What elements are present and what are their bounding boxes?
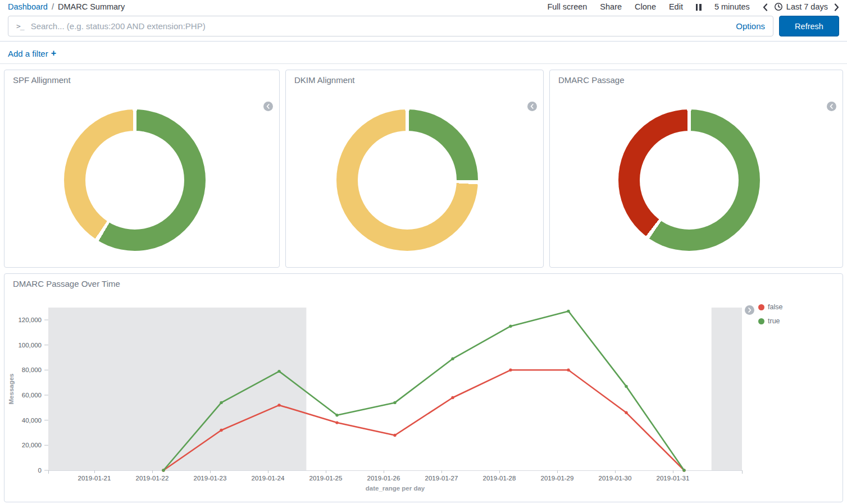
dkim-donut-chart [336, 109, 478, 251]
series-true-point[interactable] [682, 469, 685, 471]
panel-title: DKIM Alignment [286, 70, 543, 90]
x-tick-label: 2019-01-31 [657, 475, 690, 482]
add-filter-button[interactable]: Add a filter + [8, 48, 56, 58]
legend-label: true [768, 317, 780, 325]
panel-spf-alignment: SPF Allignment [4, 70, 280, 268]
timeline-chart-svg: 020,00040,00060,00080,000100,000120,0002… [4, 302, 843, 500]
y-tick-label: 100,000 [18, 342, 42, 349]
legend-collapse-button[interactable] [827, 102, 836, 111]
y-tick-label: 0 [38, 467, 42, 474]
series-false-point[interactable] [220, 429, 222, 432]
donut-panels-row: SPF Allignment DKIM Alignment DMARC Pass… [4, 70, 843, 268]
panel-title: DMARC Passage [550, 70, 843, 90]
search-input[interactable] [31, 21, 731, 31]
chevron-left-icon [530, 104, 534, 109]
series-false-point[interactable] [567, 369, 570, 372]
series-true-point[interactable] [509, 325, 512, 328]
donut-hole [358, 131, 457, 230]
breadcrumb-dashboard-link[interactable]: Dashboard [8, 2, 48, 11]
panel-dkim-alignment: DKIM Alignment [285, 70, 544, 268]
spf-donut-chart [64, 109, 206, 251]
series-true-point[interactable] [220, 401, 222, 404]
clock-icon [774, 2, 783, 11]
x-axis-title: date_range per day [366, 485, 425, 492]
x-tick-label: 2019-01-24 [252, 475, 285, 482]
series-false-point[interactable] [451, 396, 454, 399]
panel-dmarc-passage: DMARC Passage [549, 70, 843, 268]
series-true-point[interactable] [451, 358, 454, 360]
x-tick-label: 2019-01-21 [78, 475, 111, 482]
breadcrumb-separator: / [52, 2, 54, 11]
time-range-label: Last 7 days [786, 2, 828, 11]
y-tick-label: 60,000 [22, 392, 42, 398]
legend-collapse-button[interactable] [527, 102, 537, 111]
menu-item-edit[interactable]: Edit [669, 2, 683, 11]
y-tick-label: 40,000 [22, 417, 42, 424]
y-axis-title: Messages [8, 374, 15, 405]
series-false-point[interactable] [393, 434, 396, 437]
legend-item-false[interactable]: false [758, 303, 782, 311]
search-options-link[interactable]: Options [736, 21, 765, 31]
menu-item-share[interactable]: Share [600, 2, 622, 11]
series-true-point[interactable] [567, 310, 570, 313]
chevron-left-icon[interactable] [763, 3, 768, 11]
x-tick-label: 2019-01-26 [367, 475, 400, 482]
plus-icon: + [51, 48, 56, 58]
x-tick-label: 2019-01-25 [309, 475, 343, 482]
legend-dot-green [758, 318, 764, 324]
donut-hole [85, 131, 184, 230]
panel-title: DMARC Passage Over Time [4, 274, 843, 294]
legend-collapse-button[interactable] [745, 305, 754, 315]
menu-item-full-screen[interactable]: Full screen [547, 2, 587, 11]
series-false-point[interactable] [277, 404, 280, 406]
breadcrumb: Dashboard / DMARC Summary [8, 2, 125, 11]
legend-label: false [768, 303, 782, 311]
pause-refresh-icon[interactable] [696, 4, 702, 11]
top-nav-bar: Dashboard / DMARC Summary Full screen Sh… [0, 0, 847, 15]
add-filter-label: Add a filter [8, 49, 48, 58]
series-true-point[interactable] [162, 469, 165, 471]
x-tick-label: 2019-01-23 [194, 475, 227, 482]
legend-dot-red [758, 304, 764, 310]
refresh-interval-label[interactable]: 5 minutes [714, 2, 750, 11]
chevron-right-icon[interactable] [834, 3, 839, 11]
donut-hole [640, 131, 739, 230]
legend-collapse-button[interactable] [263, 102, 273, 111]
series-false-point[interactable] [335, 421, 338, 424]
series-true-point[interactable] [277, 370, 280, 373]
console-prompt-icon: >_ [16, 22, 24, 30]
chevron-right-icon [748, 308, 752, 313]
x-tick-label: 2019-01-22 [136, 475, 169, 482]
y-tick-label: 80,000 [22, 366, 42, 373]
series-true-point[interactable] [335, 414, 338, 416]
series-false-point[interactable] [625, 411, 627, 414]
panel-dmarc-passage-over-time: DMARC Passage Over Time 020,00040,00060,… [4, 273, 843, 502]
menu-item-clone[interactable]: Clone [635, 2, 656, 11]
x-tick-label: 2019-01-27 [425, 475, 458, 482]
chevron-left-icon [266, 104, 270, 109]
page-title: DMARC Summary [58, 2, 125, 11]
time-range-picker[interactable]: Last 7 days [774, 2, 828, 11]
chart-legend: false true [758, 303, 782, 331]
dmarc-donut-chart [618, 109, 760, 251]
filter-bar: Add a filter + [0, 42, 847, 64]
x-tick-label: 2019-01-30 [599, 475, 632, 482]
top-nav-menu: Full screen Share Clone Edit 5 minutes L… [547, 2, 839, 11]
refresh-button[interactable]: Refresh [779, 16, 839, 36]
chevron-left-icon [830, 104, 834, 109]
series-true-point[interactable] [393, 401, 396, 404]
query-bar: >_ Options Refresh [0, 15, 847, 42]
timeline-chart: 020,00040,00060,00080,000100,000120,0002… [4, 302, 843, 500]
y-tick-label: 120,000 [18, 317, 42, 323]
legend-item-true[interactable]: true [758, 317, 782, 325]
series-false-point[interactable] [509, 369, 512, 372]
search-box[interactable]: >_ Options [8, 16, 773, 36]
series-true-point[interactable] [625, 385, 627, 388]
time-picker: Last 7 days [763, 2, 839, 11]
time-selection-band[interactable] [712, 308, 742, 470]
y-tick-label: 20,000 [22, 442, 42, 448]
x-tick-label: 2019-01-29 [541, 475, 574, 482]
time-selection-band[interactable] [48, 308, 306, 470]
panel-title: SPF Allignment [4, 70, 279, 90]
x-tick-label: 2019-01-28 [483, 475, 516, 482]
